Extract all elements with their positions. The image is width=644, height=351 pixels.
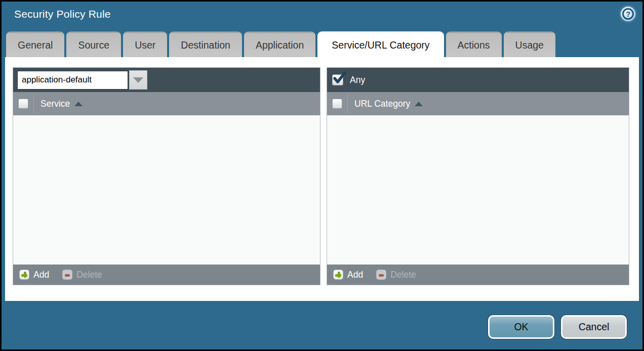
- service-type-dropdown: [17, 70, 147, 90]
- tab-content-area: Service Add Delete: [5, 57, 639, 301]
- security-policy-rule-dialog: Security Policy Rule ? General Source Us…: [2, 2, 642, 349]
- url-category-column-header[interactable]: URL Category: [354, 99, 410, 109]
- plus-icon: [333, 270, 343, 280]
- add-url-category-button[interactable]: Add: [333, 270, 363, 280]
- url-category-table-body: [327, 115, 629, 265]
- help-icon[interactable]: ?: [621, 7, 635, 21]
- select-all-url-categories-checkbox[interactable]: [332, 99, 342, 109]
- service-column-header[interactable]: Service: [41, 99, 70, 109]
- select-all-services-checkbox[interactable]: [18, 99, 28, 109]
- sort-ascending-icon[interactable]: [74, 102, 83, 106]
- url-category-panel: Any URL Category Add Delete: [327, 67, 629, 285]
- service-panel-topbar: [13, 68, 320, 92]
- delete-service-button[interactable]: Delete: [62, 270, 102, 280]
- delete-service-label: Delete: [76, 270, 102, 280]
- delete-url-category-label: Delete: [390, 270, 416, 280]
- tab-bar: General Source User Destination Applicat…: [6, 31, 555, 57]
- sort-ascending-icon[interactable]: [415, 102, 423, 106]
- column-separator: [33, 94, 34, 113]
- url-category-panel-topbar: Any: [327, 68, 629, 92]
- tab-usage[interactable]: Usage: [504, 31, 555, 57]
- tab-application[interactable]: Application: [244, 31, 315, 57]
- add-service-button[interactable]: Add: [19, 270, 49, 280]
- cancel-button[interactable]: Cancel: [561, 315, 627, 339]
- service-table-body: [13, 115, 320, 265]
- service-panel: Service Add Delete: [13, 67, 320, 285]
- tab-actions[interactable]: Actions: [446, 31, 502, 57]
- tab-service-url-category[interactable]: Service/URL Category: [317, 31, 444, 57]
- delete-url-category-button[interactable]: Delete: [376, 270, 416, 280]
- minus-icon: [376, 270, 386, 280]
- url-category-panel-footer: Add Delete: [327, 265, 629, 285]
- any-checkbox-label: Any: [350, 75, 365, 85]
- plus-icon: [19, 270, 29, 280]
- service-type-dropdown-button[interactable]: [129, 70, 147, 90]
- ok-button[interactable]: OK: [488, 315, 554, 339]
- tab-user[interactable]: User: [123, 31, 167, 57]
- screenshot-root: { "window": { "title": "Security Policy …: [0, 0, 644, 351]
- tab-source[interactable]: Source: [66, 31, 121, 57]
- add-service-label: Add: [33, 270, 49, 280]
- tab-destination[interactable]: Destination: [169, 31, 242, 57]
- add-url-category-label: Add: [347, 270, 363, 280]
- checkmark-icon: [333, 71, 346, 85]
- service-type-dropdown-input[interactable]: [17, 71, 128, 90]
- dialog-title: Security Policy Rule: [14, 8, 111, 20]
- any-url-category-checkbox[interactable]: [332, 74, 343, 85]
- service-table-header: Service: [13, 92, 320, 115]
- question-mark-glyph: ?: [626, 10, 630, 18]
- minus-icon: [62, 270, 72, 280]
- tab-general[interactable]: General: [6, 31, 64, 57]
- url-category-table-header: URL Category: [327, 92, 629, 115]
- service-panel-footer: Add Delete: [13, 265, 320, 285]
- chevron-down-icon: [133, 77, 143, 83]
- column-separator: [347, 94, 348, 113]
